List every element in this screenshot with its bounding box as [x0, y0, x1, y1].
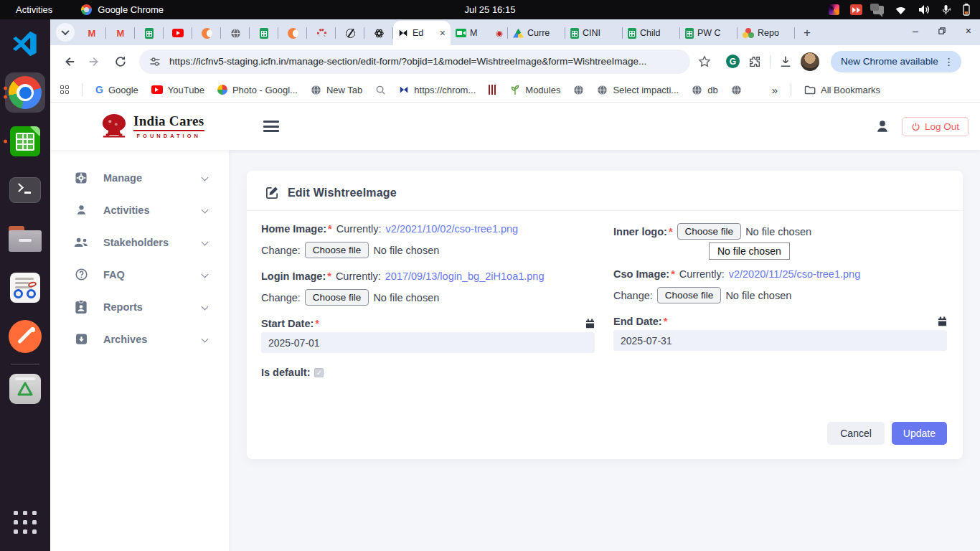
bookmark-new-tab[interactable]: New Tab: [311, 85, 362, 95]
start-date-input[interactable]: [261, 332, 595, 353]
dock-item-postman[interactable]: [0, 312, 50, 361]
sidebar-item-faq[interactable]: FAQ: [50, 258, 229, 291]
tab-drive[interactable]: Curre: [508, 21, 565, 45]
is-default-checkbox[interactable]: ✓: [314, 368, 324, 377]
bookmark-star-button[interactable]: [693, 50, 716, 73]
sidebar-item-reports[interactable]: Reports: [50, 291, 229, 323]
bookmark-select-impact[interactable]: Select impacti...: [597, 85, 679, 95]
chrome-update-chip[interactable]: New Chrome available ⋮: [831, 51, 961, 72]
logout-button[interactable]: Log Out: [902, 117, 969, 136]
site-settings-icon[interactable]: [149, 56, 161, 67]
tab-sheet-cini[interactable]: CINI: [565, 21, 623, 45]
tab-repo[interactable]: Repo: [738, 21, 795, 45]
volume-icon[interactable]: [918, 4, 930, 15]
tab-youtube[interactable]: [164, 21, 192, 45]
sidebar-item-stakeholders[interactable]: Stakeholders: [50, 226, 229, 258]
download-icon[interactable]: [779, 55, 792, 68]
apps-shortcut-button[interactable]: [60, 85, 69, 94]
microphone-icon[interactable]: [941, 4, 952, 15]
activities-button[interactable]: Activities: [0, 4, 68, 15]
dock-item-chrome[interactable]: [0, 68, 50, 117]
all-bookmarks-button[interactable]: All Bookmarks: [804, 85, 880, 95]
bookmark-modules[interactable]: Modules: [510, 85, 560, 95]
bookmark-chrom-link[interactable]: https://chrom...: [399, 85, 476, 95]
battery-icon[interactable]: [963, 4, 970, 16]
home-image-choose-file-button[interactable]: Choose file: [305, 242, 369, 258]
bowtie-icon: [398, 28, 408, 38]
dock-item-document-viewer[interactable]: [0, 263, 50, 312]
grammarly-extension-icon[interactable]: G: [726, 55, 740, 68]
screenshare-indicator-icon[interactable]: [850, 4, 862, 15]
chat-indicator-icon[interactable]: [873, 6, 884, 14]
bookmarks-overflow-button[interactable]: »: [772, 84, 778, 96]
tab-orange-2[interactable]: [278, 21, 307, 45]
tab-gmail-2[interactable]: M: [106, 21, 135, 45]
tab-gmail-1[interactable]: M: [77, 21, 106, 45]
search-icon: [375, 85, 386, 95]
calendar-icon[interactable]: [938, 316, 947, 326]
sidebar-item-manage[interactable]: Manage: [50, 161, 229, 194]
user-icon[interactable]: [875, 118, 890, 134]
bookmark-globe-2[interactable]: [731, 85, 742, 95]
tab-null-symbol[interactable]: [336, 21, 364, 45]
tab-red-arc[interactable]: [307, 21, 336, 45]
restore-button[interactable]: [938, 27, 946, 35]
tab-sheets-2[interactable]: [250, 21, 278, 45]
bookmark-youtube[interactable]: YouTube: [151, 85, 204, 95]
bookmark-globe-1[interactable]: [573, 85, 584, 95]
app-indicator-icon[interactable]: [829, 4, 839, 15]
tab-active-edit-form[interactable]: Ed ×: [393, 21, 451, 45]
dock-item-files[interactable]: [0, 215, 50, 263]
tab-sheet-pw[interactable]: PW C: [680, 21, 738, 45]
dock-app-grid-button[interactable]: [0, 498, 50, 547]
tab-sheets-1[interactable]: [135, 21, 164, 45]
menu-kebab-icon[interactable]: ⋮: [944, 56, 954, 67]
wifi-icon[interactable]: [895, 5, 907, 15]
dock-item-libreoffice-calc[interactable]: [0, 117, 50, 166]
sidebar-item-activities[interactable]: Activities: [50, 194, 229, 226]
tab-meet[interactable]: M ◉: [451, 21, 508, 45]
is-default-row: Is default: ✓: [261, 367, 595, 378]
forward-button[interactable]: [83, 50, 106, 73]
address-bar[interactable]: https://icfnv5-staging.icfn.in/manage-se…: [139, 50, 690, 74]
sidebar-toggle-button[interactable]: [263, 121, 279, 132]
calendar-icon[interactable]: [585, 319, 595, 329]
home-image-current-link[interactable]: v2/2021/10/02/cso-tree1.png: [386, 223, 519, 235]
bookmark-search[interactable]: [375, 85, 386, 95]
dock-item-trash[interactable]: [0, 367, 50, 410]
profile-avatar[interactable]: [801, 52, 819, 71]
bookmark-google[interactable]: GGoogle: [95, 84, 138, 95]
sidebar-item-archives[interactable]: Archives: [50, 323, 229, 355]
extensions-puzzle-icon[interactable]: [748, 55, 761, 68]
bookmark-db[interactable]: db: [692, 85, 717, 95]
clock[interactable]: Jul 25 16:15: [465, 4, 516, 15]
new-tab-button[interactable]: +: [804, 26, 811, 40]
close-tab-icon[interactable]: ×: [440, 28, 446, 38]
bookmark-photos[interactable]: Photo - Googl...: [217, 85, 298, 95]
tab-openai[interactable]: [364, 21, 393, 45]
tab-search-button[interactable]: [56, 23, 75, 42]
tab-globe-1[interactable]: [221, 21, 250, 45]
reload-button[interactable]: [109, 50, 132, 73]
card-body: Home Image:* Currently: v2/2021/10/02/cs…: [247, 211, 963, 378]
back-button[interactable]: [57, 50, 80, 73]
dock-item-vscode[interactable]: [0, 19, 50, 68]
dock-item-terminal[interactable]: [0, 166, 50, 215]
tab-sheet-child[interactable]: Child: [623, 21, 680, 45]
close-window-button[interactable]: ×: [966, 25, 971, 37]
bookmark-red-logo[interactable]: [489, 85, 497, 95]
end-date-input[interactable]: [613, 330, 947, 351]
login-image-choose-file-button[interactable]: Choose file: [305, 289, 369, 306]
inner-logo-choose-file-button[interactable]: Choose file: [677, 223, 742, 240]
site-logo[interactable]: India Cares Foundation: [100, 113, 204, 139]
login-image-current-link[interactable]: 2017/09/13/login_bg_2iH1oa1.png: [385, 270, 545, 282]
sidebar-item-label: FAQ: [103, 269, 125, 281]
cso-image-choose-file-button[interactable]: Choose file: [657, 287, 722, 303]
minimize-button[interactable]: –: [913, 25, 918, 37]
url-text[interactable]: https://icfnv5-staging.icfn.in/manage-se…: [169, 56, 680, 67]
cso-image-current-link[interactable]: v2/2020/11/25/cso-tree1.png: [729, 268, 861, 280]
cancel-button[interactable]: Cancel: [827, 422, 885, 445]
tab-orange-1[interactable]: [192, 21, 221, 45]
update-button[interactable]: Update: [892, 422, 947, 445]
sidebar-item-label: Manage: [103, 172, 142, 184]
